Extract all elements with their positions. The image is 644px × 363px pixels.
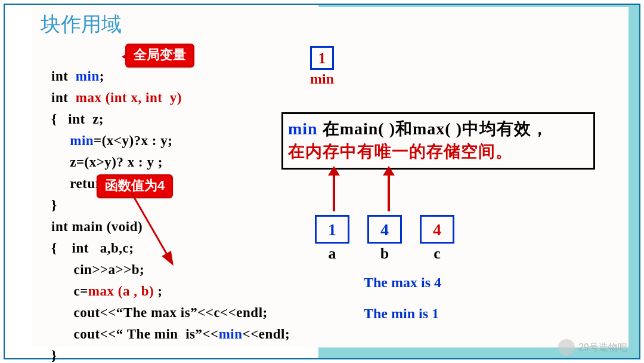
var-b: 4 b — [367, 215, 402, 263]
output-line-1: The max is 4 — [364, 275, 441, 291]
var-a-value: 1 — [315, 215, 349, 244]
code-line: cout<<“The max is”<<c<<endl; — [51, 305, 268, 320]
svg-line-0 — [131, 192, 172, 263]
code-token-min: min — [76, 69, 100, 84]
code-token-max-call: max (a , b) — [88, 284, 158, 299]
code-token-max-sig: max (int x, int y) — [76, 90, 182, 105]
explain-min: min — [288, 119, 318, 138]
var-b-value: 4 — [367, 215, 402, 244]
watermark: 29号造物吧 — [558, 339, 627, 356]
code-line: z=(x>y)? x : y ; — [51, 155, 163, 170]
code-line: } — [51, 198, 57, 213]
memory-min-value: 1 — [310, 46, 334, 70]
code-line: int — [51, 90, 76, 105]
arrow-up-a — [333, 174, 335, 211]
var-b-label: b — [367, 245, 402, 263]
code-line: int — [51, 69, 76, 84]
var-c: 4 c — [420, 215, 454, 263]
arrow-up-b — [388, 174, 390, 211]
watermark-icon — [558, 339, 575, 356]
memory-min-label: min — [310, 71, 334, 87]
slide-title: 块作用域 — [41, 11, 122, 38]
explanation-box: min 在main( )和max( )中均有效， 在内存中有唯一的存储空间。 — [281, 112, 595, 170]
callout-global-var: 全局变量 — [125, 44, 194, 67]
var-c-value: 4 — [420, 215, 454, 244]
code-line: } — [51, 348, 57, 363]
watermark-text: 29号造物吧 — [578, 342, 627, 354]
slide-area: 块作用域 int min; int max (int x, int y) { i… — [32, 7, 628, 347]
code-line: { int z; — [51, 112, 104, 127]
code-token-min: min — [219, 327, 243, 342]
variable-boxes: 1 a 4 b 4 c — [315, 215, 454, 263]
var-a: 1 a — [315, 215, 349, 263]
var-c-label: c — [420, 245, 454, 263]
memory-box-min: 1 min — [310, 46, 334, 87]
arrow-func-to-call — [113, 180, 185, 276]
code-token-min: min — [70, 133, 94, 148]
explain-line2: 在内存中有唯一的存储空间。 — [288, 140, 589, 163]
var-a-label: a — [315, 245, 349, 263]
output-line-2: The min is 1 — [364, 306, 439, 322]
